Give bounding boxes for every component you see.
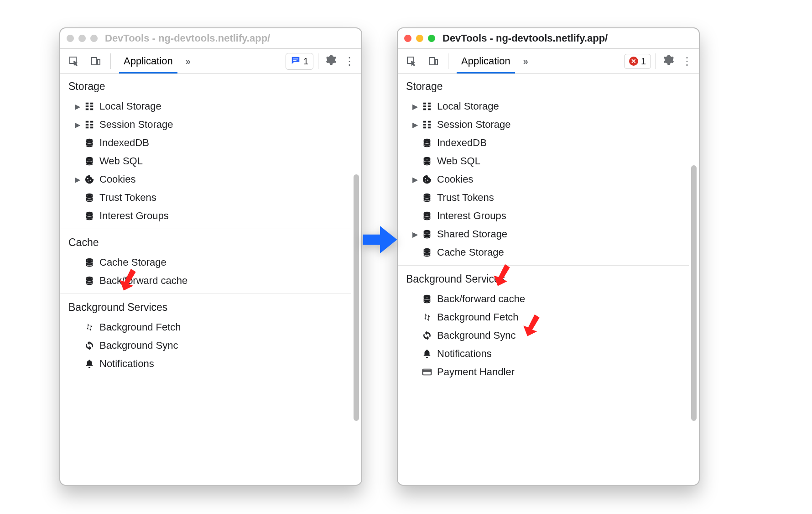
expander-icon[interactable]: ▶ xyxy=(74,175,81,184)
sidebar-item-label: Background Sync xyxy=(99,340,178,351)
sidebar-item-label: Session Storage xyxy=(99,119,173,131)
expander-icon[interactable]: ▶ xyxy=(411,121,419,129)
db-icon xyxy=(422,192,432,203)
sidebar-item-cache-storage[interactable]: ▶ Cache Storage xyxy=(60,253,351,272)
sidebar-item-back-forward-cache[interactable]: ▶ Back/forward cache xyxy=(398,290,689,308)
traffic-lights xyxy=(67,35,98,42)
db-icon xyxy=(422,137,432,148)
inspect-button[interactable] xyxy=(401,51,422,71)
sync-icon xyxy=(422,330,432,341)
sidebar-item-label: Web SQL xyxy=(99,155,143,167)
window-title: DevTools - ng-devtools.netlify.app/ xyxy=(442,32,608,44)
scrollbar[interactable] xyxy=(689,74,699,485)
section-title: Cache xyxy=(60,236,351,253)
sidebar-item-local-storage[interactable]: ▶ Local Storage xyxy=(60,97,351,115)
sidebar-item-label: Local Storage xyxy=(437,100,499,112)
expander-icon[interactable]: ▶ xyxy=(411,102,419,111)
separator xyxy=(448,53,448,69)
traffic-close-icon[interactable] xyxy=(67,35,74,42)
tab-label: Application xyxy=(124,55,173,67)
sidebar-section: Storage ▶ Local Storage ▶ Session Storag… xyxy=(398,74,689,265)
sidebar-item-cookies[interactable]: ▶ Cookies xyxy=(60,170,351,189)
sidebar-item-label: Cookies xyxy=(99,173,135,185)
sidebar-item-label: Background Sync xyxy=(437,330,515,341)
sidebar-item-back-forward-cache[interactable]: ▶ Back/forward cache xyxy=(60,272,351,290)
traffic-min-icon[interactable] xyxy=(78,35,86,42)
expander-icon[interactable]: ▶ xyxy=(411,230,419,239)
settings-button[interactable] xyxy=(661,54,677,68)
sidebar-item-background-sync[interactable]: ▶ Background Sync xyxy=(398,326,689,345)
expander-icon[interactable]: ▶ xyxy=(411,175,419,184)
tab-application[interactable]: Application xyxy=(115,49,181,73)
window-title: DevTools - ng-devtools.netlify.app/ xyxy=(105,32,270,44)
sidebar-item-label: Shared Storage xyxy=(437,228,507,240)
sidebar-item-web-sql[interactable]: ▶ Web SQL xyxy=(398,152,689,170)
db-icon xyxy=(422,210,432,221)
sidebar-item-shared-storage[interactable]: ▶ Shared Storage xyxy=(398,225,689,243)
sidebar-item-interest-groups[interactable]: ▶ Interest Groups xyxy=(60,207,351,225)
settings-button[interactable] xyxy=(323,54,339,68)
expander-icon[interactable]: ▶ xyxy=(74,102,81,111)
sidebar-item-payment-handler[interactable]: ▶ Payment Handler xyxy=(398,363,689,381)
sidebar-item-label: Interest Groups xyxy=(437,210,506,222)
devtools-window: DevTools - ng-devtools.netlify.app/ Appl… xyxy=(59,27,362,486)
sidebar-item-label: Web SQL xyxy=(437,155,480,167)
traffic-max-icon[interactable] xyxy=(90,35,98,42)
fetch-icon xyxy=(422,312,432,323)
device-toggle-button[interactable] xyxy=(423,51,443,71)
sidebar-item-background-sync[interactable]: ▶ Background Sync xyxy=(60,336,351,355)
devtools-toolbar: Application » 1 ⋮ xyxy=(60,49,361,74)
more-button[interactable]: ⋮ xyxy=(679,55,695,68)
traffic-close-icon[interactable] xyxy=(404,35,411,42)
inspect-button[interactable] xyxy=(64,51,84,71)
expander-icon[interactable]: ▶ xyxy=(74,121,81,129)
db-icon xyxy=(84,275,95,286)
sidebar-item-notifications[interactable]: ▶ Notifications xyxy=(60,355,351,373)
sidebar-item-interest-groups[interactable]: ▶ Interest Groups xyxy=(398,207,689,225)
sidebar-item-label: Trust Tokens xyxy=(99,192,156,204)
grid-icon xyxy=(422,101,432,112)
db-icon xyxy=(422,229,432,240)
scrollbar[interactable] xyxy=(351,74,361,485)
db-icon xyxy=(422,247,432,258)
message-count-chip[interactable]: 1 xyxy=(286,53,313,70)
sidebar-item-label: Interest Groups xyxy=(99,210,169,222)
sidebar-section: Background Services ▶ Background Fetch ▶… xyxy=(60,294,351,377)
device-toggle-button[interactable] xyxy=(86,51,106,71)
traffic-max-icon[interactable] xyxy=(428,35,435,42)
titlebar[interactable]: DevTools - ng-devtools.netlify.app/ xyxy=(60,28,361,49)
sidebar-item-trust-tokens[interactable]: ▶ Trust Tokens xyxy=(398,189,689,207)
more-tabs-button[interactable]: » xyxy=(183,56,193,67)
db-icon xyxy=(84,257,95,268)
traffic-min-icon[interactable] xyxy=(416,35,423,42)
sidebar-item-local-storage[interactable]: ▶ Local Storage xyxy=(398,97,689,115)
sidebar-section: Storage ▶ Local Storage ▶ Session Storag… xyxy=(60,74,351,229)
fetch-icon xyxy=(84,322,95,333)
sidebar-item-session-storage[interactable]: ▶ Session Storage xyxy=(60,115,351,134)
sidebar-item-background-fetch[interactable]: ▶ Background Fetch xyxy=(60,318,351,336)
sidebar-item-notifications[interactable]: ▶ Notifications xyxy=(398,345,689,363)
sidebar-item-web-sql[interactable]: ▶ Web SQL xyxy=(60,152,351,170)
scroll-thumb[interactable] xyxy=(354,174,359,421)
transition-arrow-icon xyxy=(359,219,401,262)
sidebar-item-indexeddb[interactable]: ▶ IndexedDB xyxy=(398,134,689,152)
more-tabs-button[interactable]: » xyxy=(521,56,531,67)
more-button[interactable]: ⋮ xyxy=(341,55,358,68)
sidebar-item-background-fetch[interactable]: ▶ Background Fetch xyxy=(398,308,689,326)
traffic-lights xyxy=(404,35,435,42)
application-sidebar: Storage ▶ Local Storage ▶ Session Storag… xyxy=(398,74,689,485)
sidebar-item-trust-tokens[interactable]: ▶ Trust Tokens xyxy=(60,189,351,207)
scroll-thumb[interactable] xyxy=(691,165,697,421)
sidebar-item-label: Background Fetch xyxy=(437,311,519,323)
sidebar-item-session-storage[interactable]: ▶ Session Storage xyxy=(398,115,689,134)
sidebar-item-label: Notifications xyxy=(99,358,154,370)
tab-label: Application xyxy=(461,55,510,67)
sidebar-item-indexeddb[interactable]: ▶ IndexedDB xyxy=(60,134,351,152)
titlebar[interactable]: DevTools - ng-devtools.netlify.app/ xyxy=(398,28,699,49)
sidebar-item-cookies[interactable]: ▶ Cookies xyxy=(398,170,689,189)
sidebar-section: Cache ▶ Cache Storage ▶ Back/forward cac… xyxy=(60,229,351,294)
error-count-chip[interactable]: ✕1 xyxy=(624,54,651,69)
sidebar-item-cache-storage[interactable]: ▶ Cache Storage xyxy=(398,243,689,262)
tab-application[interactable]: Application xyxy=(453,49,519,73)
grid-icon xyxy=(84,101,95,112)
